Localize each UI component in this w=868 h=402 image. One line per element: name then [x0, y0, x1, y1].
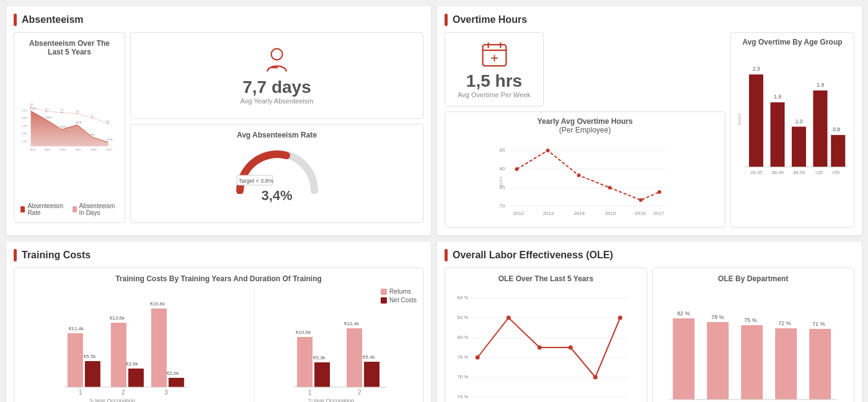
svg-point-0 [272, 49, 283, 60]
svg-text:3.4 %: 3.4 % [60, 126, 66, 129]
gauge-title: Avg Absenteeism Rate [237, 131, 317, 139]
svg-text:2017: 2017 [106, 148, 112, 151]
absenteeism-value: 7,7 days [242, 77, 311, 97]
svg-text:€12,4k: €12,4k [344, 321, 360, 326]
overtime-line-svg: 85 80 75 70 [450, 139, 720, 220]
svg-text:8.6: 8.6 [30, 103, 33, 106]
svg-text:2014: 2014 [60, 148, 66, 151]
svg-text:82 %: 82 % [457, 315, 468, 320]
svg-rect-89 [169, 378, 184, 387]
svg-text:3.4%: 3.4% [22, 125, 27, 128]
training-chart-title: Training Costs By Training Years And Dur… [20, 274, 417, 283]
svg-rect-87 [151, 308, 167, 387]
ole-line-title: OLE Over The Last 5 Years [451, 274, 640, 283]
svg-text:1.9: 1.9 [817, 82, 824, 88]
legend-days: Absenteeism In Days [73, 203, 118, 216]
svg-text:36-45: 36-45 [771, 170, 784, 175]
svg-rect-98 [314, 362, 330, 387]
svg-text:26-35: 26-35 [750, 170, 763, 175]
overtime-bar-title: Avg Overtime By Age Group [736, 38, 849, 46]
svg-text:hours: hours [498, 177, 503, 189]
two-year-svg: €10,6k €5,3k €12,4k €5,4k 1 2 2-Y [264, 288, 417, 402]
svg-point-49 [515, 167, 519, 171]
training-title: Training Costs [14, 249, 423, 261]
svg-text:2.3: 2.3 [753, 66, 760, 72]
svg-text:2: 2 [122, 389, 125, 396]
overtime-content: 1,5 hrs Avg Overtime Per Week Yearly Avg… [445, 32, 854, 228]
svg-point-25 [107, 123, 108, 124]
svg-text:2017: 2017 [653, 211, 665, 216]
gauge-svg: Target < 3.8% [234, 144, 321, 194]
red-bar-training-icon [14, 249, 17, 261]
absenteeism-content: 7,7 days Avg Yearly Absenteeism Absentee… [14, 32, 423, 223]
svg-point-20 [30, 106, 31, 107]
svg-text:71 %: 71 % [812, 321, 825, 327]
svg-text:78 %: 78 % [457, 354, 468, 360]
svg-text:82 %: 82 % [677, 310, 690, 317]
svg-text:2016: 2016 [91, 148, 97, 151]
svg-rect-132 [673, 318, 694, 400]
ole-line-chart: OLE Over The Last 5 Years 84 % 82 % 80 %… [445, 268, 647, 402]
svg-text:78 %: 78 % [711, 314, 724, 320]
svg-point-50 [546, 149, 550, 152]
svg-point-22 [61, 111, 62, 113]
svg-text:7.9: 7.9 [60, 109, 63, 111]
svg-text:0.8: 0.8 [833, 126, 840, 133]
legend-returns-icon [381, 289, 387, 295]
svg-text:2.7%: 2.7% [22, 141, 27, 143]
three-year-svg: €11,4k €5,5k €13,6k €3,9k €16,6k €2,0k [20, 288, 239, 402]
legend-net-icon [381, 297, 387, 304]
ole-bar-title: OLE By Department [659, 274, 848, 283]
svg-point-125 [618, 316, 622, 320]
svg-text:€2,0k: €2,0k [167, 370, 180, 376]
absenteeism-legend: Absenteeism Rate Absenteeism In Days [20, 203, 118, 216]
svg-text:4.1%: 4.1% [22, 110, 27, 112]
svg-text:1: 1 [79, 389, 82, 396]
svg-text:4.1 %: 4.1 % [30, 108, 36, 110]
svg-point-21 [45, 111, 46, 112]
svg-marker-7 [31, 111, 108, 146]
svg-rect-65 [771, 102, 785, 167]
absenteeism-chart: Absenteeism Over The Last 5 Years 4.1% 3… [14, 32, 125, 223]
svg-text:72 %: 72 % [778, 320, 791, 326]
svg-point-24 [92, 117, 93, 118]
svg-rect-83 [111, 323, 126, 387]
svg-rect-140 [809, 329, 831, 400]
svg-rect-85 [128, 369, 144, 387]
three-year-chart: €11,4k €5,5k €13,6k €3,9k €16,6k €2,0k [20, 288, 251, 402]
svg-text:3 %: 3 % [91, 134, 95, 136]
svg-text:3: 3 [164, 389, 168, 396]
svg-text:2014: 2014 [574, 211, 585, 216]
svg-text:€3,9k: €3,9k [126, 361, 139, 367]
person-minus-icon [263, 46, 291, 74]
svg-point-122 [538, 346, 542, 350]
svg-text:80: 80 [500, 166, 505, 172]
svg-text:<25: <25 [815, 170, 823, 175]
overtime-title: Overtime Hours [445, 14, 854, 26]
svg-text:>55: >55 [831, 170, 839, 175]
svg-text:70: 70 [500, 203, 505, 209]
svg-rect-138 [775, 328, 797, 400]
svg-text:€5,5k: €5,5k [84, 354, 97, 359]
overtime-metric-box: 1,5 hrs Avg Overtime Per Week [445, 32, 544, 107]
svg-rect-96 [297, 337, 312, 387]
svg-text:85: 85 [500, 147, 505, 153]
svg-rect-71 [831, 135, 845, 167]
overtime-bar-svg: hours 2.3 1.6 1.0 1.9 0.8 [736, 51, 849, 188]
svg-text:7.3: 7.3 [90, 115, 93, 117]
svg-text:2015: 2015 [76, 148, 82, 151]
svg-text:1: 1 [308, 389, 312, 396]
svg-text:€11,4k: €11,4k [69, 326, 84, 331]
overtime-bar-chart: Avg Overtime By Age Group hours 2.3 1.6 … [730, 32, 854, 228]
calendar-icon [480, 40, 508, 68]
svg-text:2016: 2016 [635, 211, 646, 216]
svg-rect-134 [707, 322, 728, 400]
legend-rate-icon [20, 206, 25, 212]
ole-section: Overall Labor Effectiveness (OLE) OLE Ov… [437, 242, 862, 402]
svg-text:3-Year Occupation: 3-Year Occupation [89, 398, 135, 402]
svg-text:€16,6k: €16,6k [150, 301, 166, 307]
absenteeism-svg: 4.1% 3.8% 3.4% 3.0% 2.7% 4.1 % 3.8 % 3.4… [20, 61, 118, 198]
gauge-visual: Target < 3.8% [234, 144, 321, 194]
svg-text:7.8: 7.8 [76, 110, 79, 113]
svg-text:€13,6k: €13,6k [110, 315, 125, 321]
